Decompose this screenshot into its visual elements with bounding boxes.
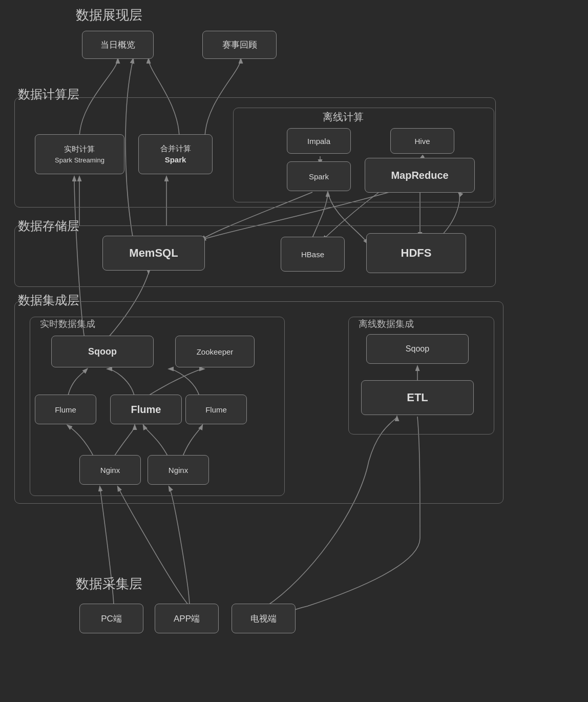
merge-calc-label1: 合并计算 [160,143,191,155]
realtime-calc-label2: Spark Streaming [55,155,104,166]
memsql-node: MemSQL [102,236,205,271]
flume-center-node: Flume [110,395,182,424]
offline-calc-label: 离线计算 [323,110,364,124]
offline-integration-label: 离线数据集成 [359,318,414,330]
presentation-layer-label: 数据展现层 [76,6,142,24]
hdfs-node: HDFS [366,233,466,273]
realtime-calc-node: 实时计算 Spark Streaming [35,134,124,174]
zookeeper-node: Zookeeper [175,336,255,367]
hbase-node: HBase [281,237,345,272]
flume-left-node: Flume [35,395,96,424]
daily-overview-node: 当日概览 [82,31,154,59]
collection-layer-label: 数据采集层 [76,575,142,593]
nginx-left-node: Nginx [79,455,141,485]
impala-node: Impala [287,128,351,154]
etl-node: ETL [361,380,474,415]
diagram-container: 数据展现层 数据计算层 离线计算 数据存储层 数据集成层 实时数据集成 离线数据… [0,0,588,702]
storage-layer-label: 数据存储层 [18,218,79,234]
flume-right-node: Flume [185,395,247,424]
realtime-integration-label: 实时数据集成 [40,318,95,330]
integration-layer-label: 数据集成层 [18,292,79,308]
tv-node: 电视端 [232,604,296,633]
hive-node: Hive [390,128,454,154]
nginx-right-node: Nginx [148,455,209,485]
sqoop-offline-node: Sqoop [366,334,469,364]
spark-offline-node: Spark [287,161,351,191]
mapreduce-node: MapReduce [365,158,475,193]
merge-calc-node: 合并计算 Spark [138,134,213,174]
app-node: APP端 [155,604,219,633]
realtime-calc-label1: 实时计算 [55,143,104,155]
sqoop-realtime-node: Sqoop [51,336,154,367]
pc-node: PC端 [79,604,143,633]
merge-calc-label2: Spark [160,154,191,166]
race-review-node: 赛事回顾 [202,31,277,59]
computation-layer-label: 数据计算层 [18,86,79,102]
